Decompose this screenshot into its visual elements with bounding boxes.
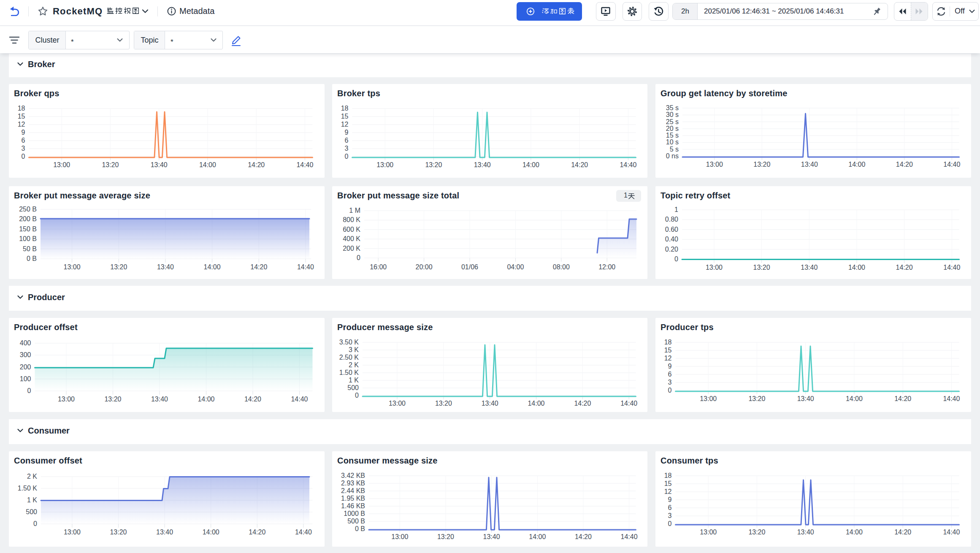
svg-text:14:40: 14:40	[296, 161, 313, 168]
svg-text:9: 9	[668, 496, 672, 503]
svg-text:13:00: 13:00	[391, 533, 408, 540]
svg-text:1 M: 1 M	[349, 207, 360, 214]
svg-text:0 ns: 0 ns	[666, 152, 679, 160]
svg-text:13:00: 13:00	[700, 395, 717, 402]
svg-text:12: 12	[341, 121, 349, 128]
svg-text:9: 9	[345, 129, 349, 136]
svg-text:14:40: 14:40	[295, 529, 312, 536]
svg-text:9: 9	[22, 129, 25, 136]
svg-text:0: 0	[668, 520, 672, 527]
svg-text:0: 0	[345, 153, 349, 160]
svg-text:2.50 K: 2.50 K	[339, 354, 359, 361]
svg-text:14:40: 14:40	[297, 263, 314, 271]
svg-text:14:00: 14:00	[846, 529, 863, 536]
svg-text:2.93 KB: 2.93 KB	[341, 480, 365, 487]
svg-text:18: 18	[664, 472, 672, 479]
svg-text:13:40: 13:40	[801, 264, 818, 271]
svg-text:13:00: 13:00	[389, 400, 406, 407]
svg-text:0: 0	[33, 520, 37, 527]
svg-text:14:00: 14:00	[199, 161, 216, 168]
svg-text:18: 18	[341, 105, 349, 112]
svg-text:1 K: 1 K	[27, 496, 37, 504]
svg-text:14:00: 14:00	[846, 395, 863, 402]
svg-text:08:00: 08:00	[553, 263, 570, 271]
svg-text:14:20: 14:20	[248, 161, 265, 168]
svg-text:13:20: 13:20	[425, 161, 442, 168]
svg-text:13:00: 13:00	[700, 529, 717, 536]
svg-text:12: 12	[664, 355, 672, 362]
svg-text:14:00: 14:00	[848, 264, 865, 271]
svg-text:0 B: 0 B	[355, 525, 365, 532]
svg-text:1000 B: 1000 B	[344, 510, 365, 517]
svg-text:1.50 K: 1.50 K	[339, 369, 359, 376]
svg-text:3: 3	[668, 379, 672, 386]
svg-text:13:40: 13:40	[482, 400, 498, 407]
svg-text:13:40: 13:40	[483, 533, 500, 540]
svg-text:1.46 KB: 1.46 KB	[341, 502, 365, 510]
svg-text:18: 18	[664, 339, 672, 346]
svg-text:20 s: 20 s	[666, 125, 679, 132]
svg-text:400: 400	[20, 339, 31, 347]
svg-text:15: 15	[341, 113, 349, 120]
svg-text:14:20: 14:20	[250, 263, 267, 271]
svg-text:10 s: 10 s	[666, 138, 679, 146]
svg-text:0: 0	[27, 387, 31, 394]
svg-text:13:00: 13:00	[706, 264, 723, 271]
svg-text:9: 9	[668, 363, 672, 370]
svg-text:14:40: 14:40	[943, 161, 960, 168]
svg-text:13:40: 13:40	[151, 396, 168, 403]
svg-text:14:40: 14:40	[943, 529, 960, 536]
svg-text:15 s: 15 s	[666, 132, 679, 139]
svg-text:14:20: 14:20	[894, 529, 911, 536]
svg-text:0.80: 0.80	[665, 216, 678, 223]
svg-text:13:20: 13:20	[110, 529, 127, 536]
svg-text:14:00: 14:00	[528, 400, 544, 407]
svg-text:600 K: 600 K	[343, 226, 360, 233]
svg-text:0 B: 0 B	[27, 255, 37, 262]
svg-text:3: 3	[668, 512, 672, 519]
svg-text:13:40: 13:40	[474, 161, 491, 168]
svg-text:6: 6	[668, 504, 672, 511]
svg-text:0.20: 0.20	[665, 246, 678, 253]
svg-text:400 K: 400 K	[343, 235, 360, 242]
svg-text:35 s: 35 s	[666, 104, 679, 111]
svg-text:12:00: 12:00	[598, 263, 615, 271]
svg-text:13:40: 13:40	[801, 161, 818, 168]
svg-text:200 B: 200 B	[19, 215, 37, 222]
svg-text:13:20: 13:20	[102, 161, 119, 168]
svg-text:1 K: 1 K	[349, 377, 359, 384]
svg-text:14:00: 14:00	[198, 396, 214, 403]
svg-text:13:20: 13:20	[110, 263, 127, 271]
svg-text:13:00: 13:00	[58, 396, 75, 403]
svg-text:18: 18	[18, 105, 25, 112]
svg-text:12: 12	[18, 121, 25, 128]
svg-text:200: 200	[20, 363, 31, 371]
svg-text:15: 15	[664, 347, 672, 354]
svg-text:04:00: 04:00	[507, 263, 524, 271]
svg-text:100 B: 100 B	[19, 235, 37, 242]
svg-text:13:20: 13:20	[104, 396, 121, 403]
svg-text:15: 15	[664, 480, 672, 487]
svg-text:3: 3	[345, 145, 349, 152]
svg-text:14:20: 14:20	[574, 400, 591, 407]
svg-text:1.50 K: 1.50 K	[18, 485, 38, 492]
svg-text:13:20: 13:20	[437, 533, 454, 540]
svg-text:14:20: 14:20	[896, 161, 913, 168]
svg-text:800 K: 800 K	[343, 216, 360, 223]
svg-text:14:40: 14:40	[620, 161, 636, 168]
svg-text:3: 3	[22, 145, 25, 152]
svg-text:0.40: 0.40	[665, 236, 678, 243]
svg-text:13:40: 13:40	[797, 395, 814, 402]
svg-text:14:20: 14:20	[894, 395, 911, 402]
svg-text:100: 100	[20, 375, 31, 382]
svg-text:3.50 K: 3.50 K	[339, 339, 359, 346]
svg-text:13:00: 13:00	[376, 161, 393, 168]
svg-text:13:40: 13:40	[156, 529, 173, 536]
svg-text:14:20: 14:20	[575, 533, 592, 540]
svg-text:500: 500	[347, 384, 359, 391]
svg-text:0: 0	[357, 254, 360, 261]
svg-text:6: 6	[668, 371, 672, 378]
svg-text:01/06: 01/06	[461, 263, 478, 271]
svg-text:15: 15	[18, 113, 25, 120]
svg-text:2 K: 2 K	[27, 473, 37, 480]
